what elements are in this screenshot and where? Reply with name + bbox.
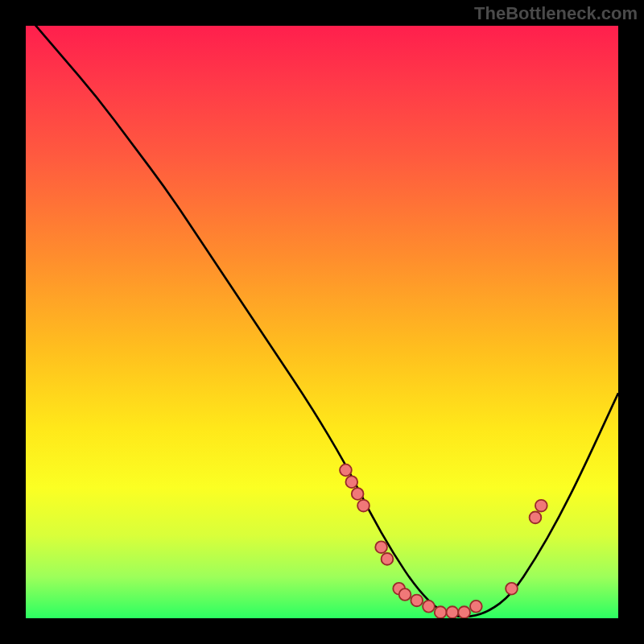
marker-cluster-left-2 <box>345 476 357 488</box>
marker-floor-6 <box>447 606 459 618</box>
chart-plot-area <box>26 26 618 618</box>
marker-floor-5 <box>435 606 447 618</box>
marker-floor-7 <box>458 606 470 618</box>
marker-floor-4 <box>423 601 435 613</box>
bottleneck-curve <box>26 26 618 617</box>
chart-svg <box>26 26 618 618</box>
marker-floor-2 <box>399 588 411 601</box>
marker-cluster-right-1 <box>506 583 518 595</box>
marker-cluster-mid-1 <box>375 541 387 553</box>
marker-cluster-left-4 <box>357 500 369 512</box>
marker-floor-8 <box>470 601 482 613</box>
marker-cluster-mid-2 <box>382 553 394 565</box>
watermark-text: TheBottleneck.com <box>474 3 638 24</box>
marker-cluster-right-2 <box>530 512 542 524</box>
marker-cluster-left-3 <box>352 488 364 500</box>
marker-cluster-right-3 <box>535 500 547 512</box>
marker-cluster-left-1 <box>340 464 352 477</box>
marker-floor-3 <box>411 595 423 607</box>
chart-markers <box>340 464 547 618</box>
chart-frame: TheBottleneck.com <box>0 0 644 644</box>
